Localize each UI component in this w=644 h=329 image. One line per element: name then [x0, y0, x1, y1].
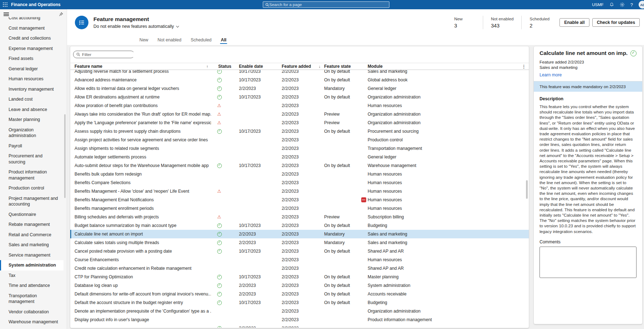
enable-date-cell [239, 213, 282, 221]
table-row[interactable]: Calculate sales totals using multiple th… [70, 238, 529, 247]
table-row[interactable]: Benefits Management - Allow 'close' and … [70, 187, 529, 196]
table-row[interactable]: Benefits management enrollment periods2/… [70, 204, 529, 213]
sidebar-scrollbar-thumb[interactable] [64, 114, 66, 198]
sidebar-item-production-control[interactable]: Production control [0, 183, 63, 193]
table-row[interactable]: Allow edits to internal data on general … [70, 84, 529, 93]
settings-gear-icon[interactable] [620, 2, 625, 7]
table-row[interactable]: Denote an implementation prerequisite of… [70, 307, 529, 315]
module-cell: Budgeting [368, 298, 519, 307]
table-row[interactable]: Billing schedules and deferrals with pro… [70, 213, 529, 221]
table-row[interactable]: Assess supply risks to prevent supply ch… [70, 127, 529, 136]
table-row[interactable]: CTP for Planning Optimization10/17/20232… [70, 273, 529, 281]
feature-state-cell: On by default [324, 221, 368, 230]
tab-all[interactable]: All [221, 37, 226, 45]
sidebar-item-cost-management[interactable]: Cost management [0, 23, 63, 34]
filter-box[interactable] [73, 51, 134, 58]
table-row[interactable]: Database log clean up2/2/20232/2/2023On … [70, 281, 529, 290]
sidebar-item-service-management[interactable]: Service management [0, 250, 63, 260]
learn-more-link[interactable]: Learn more [540, 72, 637, 77]
sidebar-item-fixed-assets[interactable]: Fixed assets [0, 54, 63, 64]
sidebar-item-vendor-collaboration[interactable]: Vendor collaboration [0, 307, 63, 317]
waffle-menu-icon[interactable] [3, 2, 7, 7]
sidebar-item-project-management-and-accounting[interactable]: Project management and accounting [0, 193, 63, 209]
table-row[interactable]: Allow proration of benefit plan contribu… [70, 101, 529, 110]
pin-pane-icon[interactable] [59, 12, 63, 16]
check-for-updates-button[interactable]: Check for updates [592, 18, 640, 27]
row-end-cell [519, 136, 529, 144]
enable-all-button[interactable]: Enable all [559, 18, 589, 27]
table-row[interactable]: Benefits bulk update form redesign2/2/20… [70, 170, 529, 178]
feature-state-cell: Mandatory [324, 238, 368, 247]
comments-textarea[interactable] [540, 247, 637, 278]
feature-name-cell: Allow edits to internal data on general … [70, 84, 211, 93]
table-row[interactable]: Budget balance summarization by main acc… [70, 221, 529, 230]
sidebar-item-procurement-and-sourcing[interactable]: Procurement and sourcing [0, 151, 63, 167]
filter-input[interactable] [82, 52, 137, 57]
global-search-input[interactable] [269, 2, 387, 7]
table-scrollbar-thumb[interactable] [526, 180, 528, 199]
table-row[interactable]: Course Enhancements2/2/2023Human resourc… [70, 255, 529, 264]
table-row[interactable]: Credit note calculation enhancement in R… [70, 264, 529, 273]
sidebar-item-warehouse-management[interactable]: Warehouse management [0, 317, 63, 327]
sidebar-item-system-administration[interactable]: System administration [0, 260, 63, 270]
table-row[interactable]: Apply the 'Language preference' paramete… [70, 118, 529, 127]
col-feature-added[interactable]: Feature added ↓ [282, 63, 324, 70]
table-row[interactable]: Benefits Management Email Notifications2… [70, 196, 529, 204]
table-row[interactable]: Benefits Compare Selections2/2/2023Human… [70, 178, 529, 187]
table-row[interactable]: Default the account structure in the bud… [70, 298, 529, 307]
table-row[interactable]: Always take into consideration the 'Run … [70, 110, 529, 118]
sidebar-item-rebate-management[interactable]: Rebate management [0, 219, 63, 230]
sidebar-item-landed-cost[interactable]: Landed cost [0, 94, 63, 105]
sidebar-item-expense-management[interactable]: Expense management [0, 44, 63, 54]
tab-new[interactable]: New [139, 37, 148, 45]
col-module[interactable]: Module [368, 63, 519, 70]
col-feature-state[interactable]: Feature state [324, 63, 368, 70]
sidebar-item-questionnaire[interactable]: Questionnaire [0, 209, 63, 220]
sidebar-item-human-resources[interactable]: Human resources [0, 74, 63, 84]
table-row[interactable]: Assign project activities for service ag… [70, 136, 529, 144]
user-avatar[interactable]: AD [639, 1, 644, 9]
sidebar-item-transportation-management[interactable]: Transportation management [0, 291, 63, 307]
table-row[interactable]: Cancel posted rebate provision with a po… [70, 247, 529, 255]
table-row[interactable]: Auto-submit detour steps for the Warehou… [70, 161, 529, 170]
sidebar-item-tax[interactable]: Tax [0, 270, 63, 281]
enable-date-cell [239, 204, 282, 213]
sidebar-item-retail-and-commerce[interactable]: Retail and Commerce [0, 230, 63, 240]
sidebar-item-inventory-management[interactable]: Inventory management [0, 84, 63, 95]
col-enable-date[interactable]: Enable date [239, 63, 282, 70]
table-row[interactable]: Default dimensions for write-off account… [70, 290, 529, 298]
feature-state-cell: On by default [324, 273, 368, 281]
sidebar-item-cost-accounting[interactable]: Cost accounting [0, 17, 63, 23]
company-picker[interactable]: USMF [592, 2, 604, 7]
col-status[interactable]: Status [211, 63, 239, 70]
table-row[interactable]: Allow ER destinations adjustment at runt… [70, 93, 529, 101]
help-icon[interactable]: ? [630, 2, 633, 7]
table-row[interactable]: Adjusting reverse match for a settlement… [70, 70, 529, 76]
sidebar-item-credit-and-collections[interactable]: Credit and collections [0, 33, 63, 44]
enabled-status-icon [217, 163, 222, 168]
column-options-icon[interactable]: ⋮ [519, 64, 529, 69]
sidebar-item-leave-and-absence[interactable]: Leave and absence [0, 105, 63, 115]
table-row[interactable]: Automate ledger settlements process2/2/2… [70, 153, 529, 161]
tab-scheduled[interactable]: Scheduled [191, 37, 212, 45]
sidebar-item-payroll[interactable]: Payroll [0, 141, 63, 151]
sidebar-item-general-ledger[interactable]: General ledger [0, 64, 63, 74]
notifications-bell-icon[interactable] [609, 2, 614, 7]
sidebar-item-master-planning[interactable]: Master planning [0, 115, 63, 125]
table-row[interactable]: Advanced address maintenance10/17/20232/… [70, 76, 529, 84]
sidebar-item-product-information-management[interactable]: Product information management [0, 167, 63, 183]
sidebar-item-time-and-attendance[interactable]: Time and attendance [0, 280, 63, 291]
feature-state-cell [324, 307, 368, 315]
table-row[interactable]: Calculate line net amount on import2/2/2… [70, 230, 529, 238]
sidebar-item-organization-administration[interactable]: Organization administration [0, 125, 63, 141]
global-search[interactable] [263, 1, 389, 8]
sidebar-item-sales-and-marketing[interactable]: Sales and marketing [0, 240, 63, 250]
table-row[interactable]: 2/2/20232/2/2023 [70, 324, 529, 328]
default-enable-dropdown[interactable]: Do not enable new features automatically [93, 24, 179, 29]
hamburger-menu-icon[interactable] [4, 11, 9, 17]
feature-state-cell: On by default [324, 161, 368, 170]
table-row[interactable]: Display product info in user's language2… [70, 315, 529, 324]
col-feature-name[interactable]: Feature name ↑ [70, 63, 211, 70]
tab-not-enabled[interactable]: Not enabled [158, 37, 182, 45]
table-row[interactable]: Assign shipments to related route segmen… [70, 144, 529, 153]
